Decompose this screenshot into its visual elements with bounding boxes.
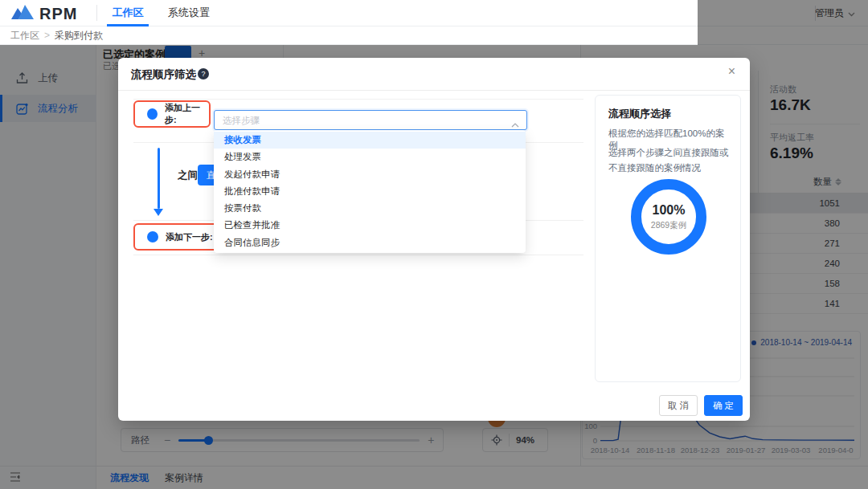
dropdown-option[interactable]: 处理发票 [214,149,526,165]
order-selection-card: 流程顺序选择 根据您的选择匹配100%的案例 选择两个步骤之间直接跟随或不直接跟… [595,95,741,382]
chevron-up-icon[interactable] [511,116,519,131]
donut-percent: 100% [653,203,686,218]
app-root: RPM 工作区 系统设置 管理员 工作区 > 采购到付款 上传 流 [0,0,868,489]
next-step-label: 添加下一步: [166,231,213,243]
flow-arrow-head [154,209,163,216]
nav-tab-workspace[interactable]: 工作区 [107,0,149,26]
breadcrumb-separator: > [44,30,50,41]
help-icon[interactable]: ? [198,68,209,79]
breadcrumb-current: 采购到付款 [55,29,103,43]
prev-step-label: 添加上一步: [165,102,209,126]
cancel-button[interactable]: 取 消 [659,395,698,416]
card-title: 流程顺序选择 [608,107,671,121]
dropdown-option[interactable]: 按票付款 [214,200,526,217]
next-step-radio[interactable] [147,231,158,242]
modal-header-divider [118,90,750,91]
nav-divider [96,5,97,21]
confirm-button[interactable]: 确 定 [704,395,743,416]
between-label: 之间 [178,169,198,182]
modal-mask-header [698,0,868,45]
flow-arrow [158,148,160,209]
prev-step-highlight-box: 添加上一步: [133,100,211,128]
prev-step-radio[interactable] [147,108,158,120]
dropdown-option[interactable]: 已检查并批准 [214,217,526,234]
donut-cases: 2869案例 [651,220,686,231]
breadcrumb-workspace[interactable]: 工作区 [10,29,39,43]
dropdown-option[interactable]: 发起付款申请 [214,166,526,183]
next-step-highlight-box: 添加下一步: [133,223,220,251]
row-divider [133,255,583,255]
close-icon[interactable]: × [728,64,735,79]
step-dropdown: 接收发票 处理发票 发起付款申请 批准付款申请 按票付款 已检查并批准 合同信息… [214,130,526,253]
dropdown-option[interactable]: 合同信息同步 [214,234,526,251]
logo: RPM [10,3,77,24]
step-select-input[interactable] [214,110,527,130]
dropdown-option[interactable]: 接收发票 [214,132,526,149]
dropdown-option[interactable]: 批准付款申请 [214,183,526,200]
modal-title: 流程顺序筛选 [131,67,196,82]
nav-tab-system-settings[interactable]: 系统设置 [166,0,211,26]
logo-text: RPM [39,5,77,23]
row-divider [133,99,583,100]
logo-mountain-icon [10,3,35,24]
process-order-filter-modal: 流程顺序筛选 ? × 添加上一步: 之间 直接 添加下一步: 接收发票 处理发票… [118,58,750,421]
card-desc-text: 选择两个步骤之间直接跟随或不直接跟随的案例情况 [608,145,734,176]
match-donut-chart: 100% 2869案例 [631,179,706,255]
